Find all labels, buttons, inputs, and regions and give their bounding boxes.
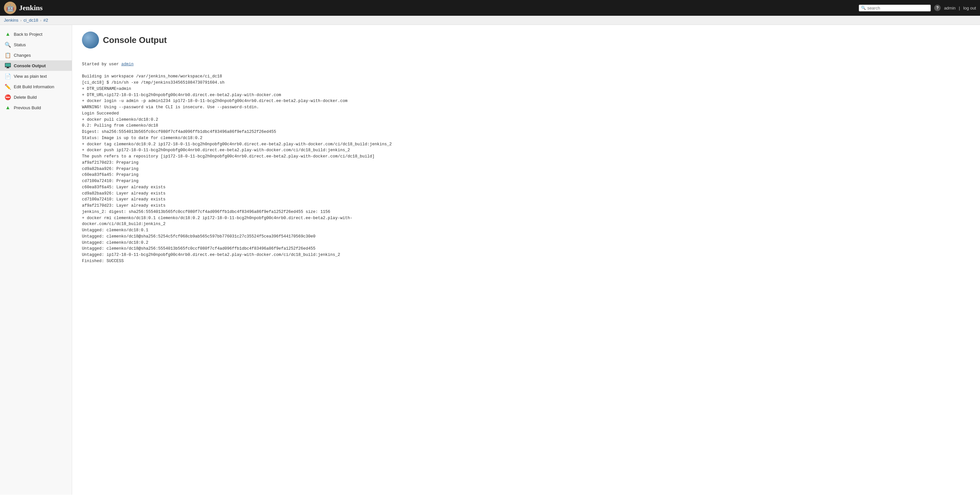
logout-link[interactable]: log out bbox=[963, 6, 976, 11]
console-output-text: Started by user admin Building in worksp… bbox=[82, 55, 970, 276]
sidebar-label-status: Status bbox=[14, 42, 26, 47]
svg-rect-3 bbox=[6, 68, 10, 68]
sidebar-item-console-output[interactable]: Console Output bbox=[0, 61, 72, 71]
search-icon-sidebar: 🔍 bbox=[5, 41, 11, 48]
breadcrumb-ci-dc18[interactable]: ci_dc18 bbox=[24, 18, 38, 22]
sidebar-item-previous-build[interactable]: ▲ Previous Build bbox=[0, 102, 72, 113]
search-icon: 🔍 bbox=[861, 6, 866, 10]
pencil-icon: ✏️ bbox=[5, 83, 11, 90]
sidebar-item-edit-build[interactable]: ✏️ Edit Build Information bbox=[0, 81, 72, 92]
header-left: 🤖 Jenkins bbox=[4, 2, 43, 14]
back-arrow-icon: ▲ bbox=[5, 31, 11, 37]
help-icon[interactable]: ? bbox=[934, 5, 941, 11]
output-lines-rest: Building in workspace /var/jenkins_home/… bbox=[82, 74, 392, 263]
header-separator: | bbox=[959, 6, 960, 11]
sidebar: ▲ Back to Project 🔍 Status 📋 Changes Con… bbox=[0, 25, 72, 495]
output-line-0: Started by user admin bbox=[82, 62, 134, 67]
breadcrumb-sep-2: › bbox=[40, 18, 41, 22]
search-box: 🔍 bbox=[859, 5, 931, 11]
console-sphere-icon bbox=[82, 32, 99, 49]
sidebar-label-back: Back to Project bbox=[14, 32, 42, 37]
admin-user-link[interactable]: admin bbox=[121, 62, 134, 67]
breadcrumb-jenkins[interactable]: Jenkins bbox=[4, 18, 18, 22]
sidebar-label-changes: Changes bbox=[14, 53, 31, 58]
sidebar-item-delete-build[interactable]: ⛔ Delete Build bbox=[0, 92, 72, 102]
sidebar-label-console: Console Output bbox=[14, 63, 46, 68]
breadcrumb-build-num[interactable]: #2 bbox=[43, 18, 48, 22]
sidebar-item-view-plain-text[interactable]: 📄 View as plain text bbox=[0, 71, 72, 81]
sidebar-label-prev: Previous Build bbox=[14, 105, 41, 110]
breadcrumb-sep-1: › bbox=[20, 18, 22, 22]
monitor-icon bbox=[5, 62, 11, 69]
sidebar-label-delete: Delete Build bbox=[14, 95, 37, 100]
prev-arrow-icon: ▲ bbox=[5, 104, 11, 111]
sidebar-label-plain: View as plain text bbox=[14, 74, 47, 79]
jenkins-logo: 🤖 bbox=[4, 2, 16, 14]
sidebar-label-edit: Edit Build Information bbox=[14, 84, 54, 89]
console-output-title: Console Output bbox=[103, 35, 167, 45]
console-output-header: Console Output bbox=[82, 32, 970, 49]
document-icon: 📄 bbox=[5, 73, 11, 80]
svg-rect-1 bbox=[5, 63, 11, 67]
header-right: 🔍 ? admin | log out bbox=[859, 5, 976, 11]
sidebar-item-status[interactable]: 🔍 Status bbox=[0, 39, 72, 50]
search-input[interactable] bbox=[867, 6, 926, 11]
header: 🤖 Jenkins 🔍 ? admin | log out bbox=[0, 0, 980, 16]
jenkins-title: Jenkins bbox=[19, 3, 43, 12]
content-area: Console Output Started by user admin Bui… bbox=[72, 25, 980, 495]
main-layout: ▲ Back to Project 🔍 Status 📋 Changes Con… bbox=[0, 25, 980, 495]
sidebar-item-back-to-project[interactable]: ▲ Back to Project bbox=[0, 29, 72, 39]
notepad-icon: 📋 bbox=[5, 52, 11, 58]
svg-rect-2 bbox=[7, 67, 9, 68]
sidebar-item-changes[interactable]: 📋 Changes bbox=[0, 50, 72, 61]
breadcrumb: Jenkins › ci_dc18 › #2 bbox=[0, 16, 980, 25]
delete-icon: ⛔ bbox=[5, 94, 11, 100]
admin-link[interactable]: admin bbox=[944, 6, 955, 11]
